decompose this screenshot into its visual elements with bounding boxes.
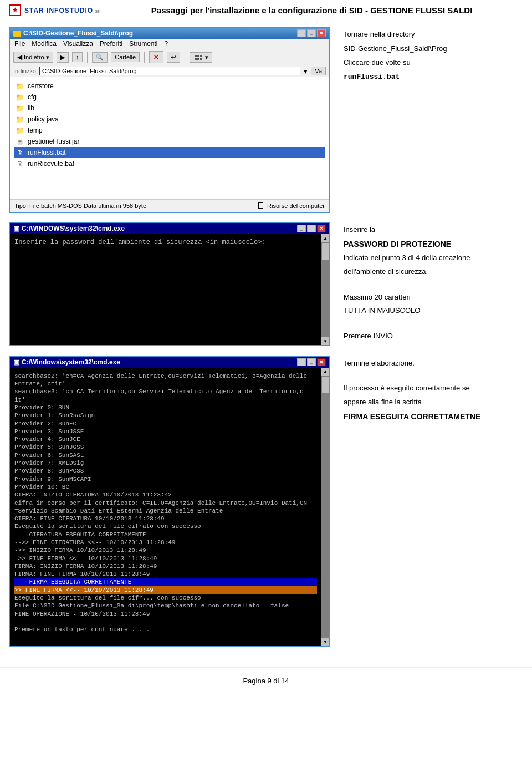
page-header: ★ STAR INFOSTUDIO srl Passaggi per l'ins… bbox=[0, 0, 532, 21]
cmd-prompt-line: Inserire la password dell'ambiente di si… bbox=[14, 239, 317, 247]
address-dropdown-icon[interactable]: ▾ bbox=[304, 67, 308, 75]
list-item[interactable]: 📁 cfg bbox=[14, 92, 325, 103]
cmd-line: CIFRA: INIZIO CIFRATURA 10/10/2013 11:28… bbox=[14, 491, 317, 499]
back-button[interactable]: ◀ Indietro ▾ bbox=[13, 52, 53, 63]
list-item-selected[interactable]: 🗎 runFlussi.bat bbox=[14, 147, 325, 158]
menu-strumenti[interactable]: Strumenti bbox=[129, 40, 157, 48]
cmd2-maximize-button[interactable]: □ bbox=[307, 358, 316, 366]
term-line3: appare alla fine la scritta bbox=[344, 397, 519, 408]
list-item[interactable]: 📁 certstore bbox=[14, 80, 325, 92]
cmd-icon: ▣ bbox=[13, 225, 19, 232]
cmd-line: CIFRATURA ESEGUITA CORRETTAMENTE bbox=[14, 531, 317, 539]
explorer-statusbar: Tipo: File batch MS-DOS Data ultima m 95… bbox=[10, 199, 329, 212]
scroll2-up-button[interactable]: ▲ bbox=[321, 368, 329, 376]
list-item[interactable]: 📁 policy java bbox=[14, 114, 325, 125]
cmd-window-controls[interactable]: _ □ ✕ bbox=[297, 225, 326, 232]
section-2: ▣ C:\WINDOWS\system32\cmd.exe _ □ ✕ Inse… bbox=[9, 222, 523, 347]
cmd-line: -->> FINE CIFRATURA <<-- 10/10/2013 11:2… bbox=[14, 539, 317, 546]
cmd2-icon: ▣ bbox=[13, 358, 19, 366]
search-button[interactable]: 🔍 bbox=[92, 52, 108, 63]
list-item[interactable]: 📁 lib bbox=[14, 103, 325, 114]
back-dropdown-icon[interactable]: ▾ bbox=[46, 54, 49, 61]
explorer-title: C:\SID-Gestione_Flussi_Saldi\prog bbox=[23, 29, 133, 37]
menu-help[interactable]: ? bbox=[165, 40, 168, 48]
section-3: ▣ C:\Windows\system32\cmd.exe _ □ ✕ sear… bbox=[9, 356, 523, 647]
forward-arrow-icon: ▶ bbox=[60, 54, 65, 61]
bat-file-icon: 🗎 bbox=[16, 148, 24, 157]
desc-line3: Cliccare due volte su bbox=[344, 57, 519, 68]
forward-button[interactable]: ▶ bbox=[57, 52, 69, 63]
cmd-maximize-button[interactable]: □ bbox=[307, 225, 316, 232]
explorer-titlebar: C:\SID-Gestione_Flussi_Saldi\prog _ □ ✕ bbox=[10, 28, 329, 39]
scroll-up-button[interactable]: ▲ bbox=[321, 234, 329, 242]
toolbar-separator bbox=[87, 52, 88, 63]
delete-button[interactable]: ✕ bbox=[149, 51, 163, 63]
term-line2: Il processo è eseguito correttamente se bbox=[344, 383, 519, 394]
scroll2-down-button[interactable]: ▼ bbox=[321, 638, 329, 646]
menu-modifica[interactable]: Modifica bbox=[32, 40, 57, 48]
cmd-line: searchbase3: 'cn=CA Territorio,ou=Serviz… bbox=[14, 388, 317, 395]
scroll2-area bbox=[322, 376, 329, 638]
menu-file[interactable]: File bbox=[14, 40, 25, 48]
view-button[interactable]: ▾ bbox=[190, 52, 212, 63]
cmd-line: FIRMA: FINE FIRMA 10/10/2013 11:28:49 bbox=[14, 570, 317, 578]
cmd2-close-button[interactable]: ✕ bbox=[317, 358, 326, 366]
section2-description: Inserire la PASSWORD DI PROTEZIONE indic… bbox=[339, 222, 523, 347]
cmd-line: Provider 0: SUN bbox=[14, 404, 317, 412]
pw-title: PASSWORD DI PROTEZIONE bbox=[344, 238, 519, 250]
scroll2-thumb[interactable] bbox=[322, 377, 329, 393]
cmd-close-button[interactable]: ✕ bbox=[317, 225, 326, 232]
address-input[interactable] bbox=[39, 67, 300, 75]
cmd-line: Premere un tasto per continuare . . . bbox=[14, 626, 317, 633]
address-go-button[interactable]: Va bbox=[311, 67, 326, 75]
pw-line3: Massimo 20 caratteri bbox=[344, 292, 519, 303]
file-name: lib bbox=[28, 104, 34, 112]
list-item[interactable]: 📁 temp bbox=[14, 125, 325, 136]
cmd-line: cifra in corso per il certificato: C=IL,… bbox=[14, 499, 317, 507]
up-button[interactable]: ↑ bbox=[72, 52, 83, 62]
status-computer-label: Risorse del computer bbox=[267, 202, 325, 209]
undo-button[interactable]: ↩ bbox=[167, 52, 180, 63]
cmd-line: FINE OPERAZIONE - 10/10/2013 11:28:49 bbox=[14, 610, 317, 618]
pw-line2: dell'ambiente di sicurezza. bbox=[344, 266, 519, 278]
view-dropdown-icon[interactable]: ▾ bbox=[205, 54, 208, 61]
address-label: Indirizzo bbox=[13, 68, 36, 74]
up-arrow-icon: ↑ bbox=[76, 54, 79, 60]
pw-intro: Inserire la bbox=[344, 224, 519, 236]
page-title: Passaggi per l'installazione e la config… bbox=[100, 6, 523, 15]
cmd2-body: searchbase2: 'cn=CA Agenzia delle Entrat… bbox=[10, 368, 321, 646]
explorer-menubar: File Modifica Visualizza Preferiti Strum… bbox=[10, 39, 329, 49]
file-name: cfg bbox=[28, 93, 37, 101]
search-icon: 🔍 bbox=[96, 54, 104, 61]
pw-line5: Premere INVIO bbox=[344, 331, 519, 342]
scroll-down-button[interactable]: ▼ bbox=[321, 337, 329, 345]
folders-button[interactable]: Cartelle bbox=[111, 52, 140, 62]
logo-area: ★ STAR INFOSTUDIO srl bbox=[9, 4, 100, 16]
computer-icon: 🖥 bbox=[256, 201, 265, 211]
java-file-icon: ☕ bbox=[16, 137, 24, 146]
scroll-thumb[interactable] bbox=[322, 243, 329, 260]
cmd2-minimize-button[interactable]: _ bbox=[297, 358, 306, 366]
cmd-line: FIRMA: INIZIO FIRMA 10/10/2013 11:28:49 bbox=[14, 562, 317, 570]
minimize-button[interactable]: _ bbox=[297, 29, 306, 37]
cmd-line: File C:\SID-Gestione_Flussi_Saldi\prog\t… bbox=[14, 602, 317, 610]
cmd2-titlebar: ▣ C:\Windows\system32\cmd.exe _ □ ✕ bbox=[10, 357, 329, 368]
cmd-line: Provider 2: SunEC bbox=[14, 420, 317, 428]
menu-visualizza[interactable]: Visualizza bbox=[63, 40, 93, 48]
cmd2-window-controls[interactable]: _ □ ✕ bbox=[297, 358, 326, 366]
close-button[interactable]: ✕ bbox=[317, 29, 326, 37]
scrollbar2-track[interactable]: ▲ ▼ bbox=[321, 368, 329, 646]
list-item[interactable]: ☕ gestioneFlussi.jar bbox=[14, 136, 325, 147]
menu-preferiti[interactable]: Preferiti bbox=[100, 40, 122, 48]
list-item[interactable]: 🗎 runRicevute.bat bbox=[14, 158, 325, 169]
maximize-button[interactable]: □ bbox=[307, 29, 316, 37]
cmd-minimize-button[interactable]: _ bbox=[297, 225, 306, 232]
folder-icon: 📁 bbox=[16, 104, 24, 113]
company-srl: srl bbox=[95, 8, 101, 14]
window-controls[interactable]: _ □ ✕ bbox=[297, 29, 326, 37]
scrollbar-track[interactable]: ▲ ▼ bbox=[321, 234, 329, 345]
file-list: 📁 certstore 📁 cfg 📁 lib 📁 policy java 📁 bbox=[10, 77, 329, 199]
cmd-line: Provider 4: SunJCE bbox=[14, 435, 317, 443]
content-area: C:\SID-Gestione_Flussi_Saldi\prog _ □ ✕ … bbox=[0, 21, 532, 662]
cmd-line: Provider 7: XMLDSig bbox=[14, 459, 317, 467]
